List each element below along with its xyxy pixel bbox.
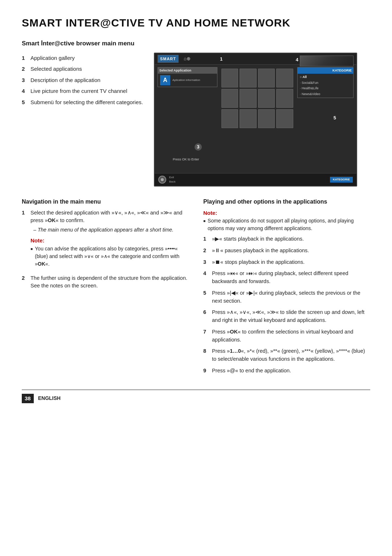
kategorie-panel: KATEGORIE All Social&Fun Health&Life New… — [297, 67, 354, 98]
press-ok-label: Press OK to Enter — [173, 157, 199, 162]
app-cell — [276, 109, 293, 128]
list-item: 3 Description of the application — [22, 76, 143, 85]
nav-content-2: The further using is dependent of the st… — [30, 274, 189, 290]
playing-num-1: 1 — [203, 235, 209, 243]
playing-item-4: 4 Press »⏮« or »⏭« during playback, sele… — [203, 270, 370, 286]
nav-note-1: Note: You can advise the applications al… — [30, 237, 189, 268]
kategorie-item-social: Social&Fun — [300, 80, 351, 86]
selected-app-header: Selected Application — [158, 68, 217, 74]
playing-num-6: 6 — [203, 308, 209, 324]
app-icon-a: A — [160, 75, 170, 85]
page-title: SMART INTER@CTIVE TV AND HOME NETWORK — [22, 15, 370, 31]
nav-num-1: 1 — [22, 209, 28, 271]
tv-label-4: 4 — [296, 56, 298, 64]
nav-content-1: Select the desired application with »∨«,… — [30, 209, 189, 271]
nav-text-1: Select the desired application with »∨«,… — [30, 210, 182, 224]
app-cell — [240, 69, 257, 87]
nav-list-item-2: 2 The further using is dependent of the … — [22, 274, 189, 290]
tv-bottom-bar: Exit Back KATEGORIE — [155, 173, 356, 186]
intro-list: 1 Application gallery 2 Selected applica… — [22, 53, 143, 187]
playing-item-5: 5 Press »|◀« or »▶|« during playback, se… — [203, 289, 370, 305]
tv-exit-text: Exit — [169, 175, 176, 180]
note-label: Note: — [30, 237, 44, 244]
playing-section: Playing and other options in the applica… — [203, 197, 370, 379]
playing-text-9: Press »@« to end the application. — [212, 367, 370, 375]
tv-kategorie-button: KATEGORIE — [330, 177, 353, 183]
kategorie-item-all: All — [300, 74, 351, 80]
playing-intro-note: Note: Some applications do not support a… — [203, 209, 370, 233]
tv-bottom-left: Exit Back — [158, 175, 176, 184]
playing-num-2: 2 — [203, 247, 209, 255]
list-num: 1 — [22, 54, 28, 62]
intro-section: 1 Application gallery 2 Selected applica… — [22, 53, 370, 187]
list-text: Selected applications — [30, 65, 82, 73]
app-cell — [221, 89, 238, 108]
playing-note-item: Some applications do not support all pla… — [203, 217, 370, 232]
playing-item-2: 2 »⏸« pauses playback in the application… — [203, 247, 370, 255]
playing-num-7: 7 — [203, 328, 209, 344]
playing-item-8: 8 Press »1…0«, »*« (red), »**« (green), … — [203, 347, 370, 363]
playing-note-text: Some applications do not support all pla… — [208, 217, 370, 232]
nav-text-2: The further using is dependent of the st… — [30, 275, 187, 289]
footer: 38 ENGLISH — [22, 389, 370, 404]
list-item: 1 Application gallery — [22, 54, 143, 62]
list-num: 2 — [22, 65, 28, 73]
list-text: Description of the application — [30, 76, 101, 85]
playing-text-1: »▶« starts playback in the applications. — [212, 235, 370, 243]
nav-list-item-1: 1 Select the desired application with »∨… — [22, 209, 189, 271]
list-item: 4 Live picture from the current TV chann… — [22, 87, 143, 95]
tv-screen: SMART ⌂⊕ 1 4 2 Selected Application A Ap… — [154, 53, 357, 187]
tv-exit-back: Exit Back — [169, 175, 176, 184]
note-text-1: You can advise the applications also by … — [35, 245, 189, 268]
tv-logo: SMART — [158, 55, 179, 63]
playing-num-8: 8 — [203, 347, 209, 363]
playing-list: 1 »▶« starts playback in the application… — [203, 235, 370, 375]
selected-app-panel: Selected Application A Aplication inform… — [158, 67, 217, 87]
list-item: 2 Selected applications — [22, 65, 143, 73]
playing-num-3: 3 — [203, 258, 209, 266]
kategorie-list: All Social&Fun Health&Life News&Video — [298, 74, 353, 98]
intro-section-title: Smart İnter@ctive browser main menu — [22, 39, 370, 48]
navigation-section: Navigation in the main menu 1 Select the… — [22, 197, 189, 379]
navigation-list: 1 Select the desired application with »∨… — [22, 209, 189, 290]
tv-inner: SMART ⌂⊕ 1 4 2 Selected Application A Ap… — [155, 53, 356, 173]
kategorie-item-health: Health&Life — [300, 86, 351, 91]
playing-text-5: Press »|◀« or »▶|« during playback, sele… — [212, 289, 370, 305]
playing-item-3: 3 »⏹« stops playback in the applications… — [203, 258, 370, 266]
app-cell — [221, 109, 238, 128]
list-text: Live picture from the current TV channel — [30, 87, 127, 95]
tv-back-text: Back — [169, 180, 176, 184]
list-num: 4 — [22, 87, 28, 95]
playing-text-8: Press »1…0«, »*« (red), »**« (green), »*… — [212, 347, 370, 363]
tv-label-1: 1 — [220, 56, 222, 63]
playing-item-6: 6 Press »∧«, »∨«, »≪«, »≫« to slide the … — [203, 308, 370, 324]
list-text: Submenü for selecting the different cate… — [30, 98, 143, 107]
nav-num-2: 2 — [22, 274, 28, 290]
list-num: 3 — [22, 76, 28, 85]
playing-title: Playing and other options in the applica… — [203, 197, 370, 206]
kategorie-item-news: News&Video — [300, 91, 351, 97]
playing-item-1: 1 »▶« starts playback in the application… — [203, 235, 370, 243]
app-cell — [258, 69, 275, 87]
tv-label-5: 5 — [334, 114, 336, 122]
navigation-title: Navigation in the main menu — [22, 197, 189, 206]
nav-sub-1: – The main menu of the application appea… — [33, 226, 189, 234]
playing-text-7: Press »OK« to confirm the selections in … — [212, 328, 370, 344]
list-item: 5 Submenü for selecting the different ca… — [22, 98, 143, 107]
app-info-text: Aplication information — [172, 78, 200, 82]
tv-label-3: 3 — [195, 143, 202, 151]
home-icon: ⌂⊕ — [184, 55, 191, 62]
kategorie-header: KATEGORIE — [298, 68, 353, 74]
footer-language: ENGLISH — [38, 394, 61, 402]
playing-text-4: Press »⏮« or »⏭« during playback, select… — [212, 270, 370, 286]
app-grid — [220, 67, 295, 130]
app-cell — [258, 89, 275, 108]
playing-text-6: Press »∧«, »∨«, »≪«, »≫« to slide the sc… — [212, 308, 370, 324]
playing-num-9: 9 — [203, 367, 209, 375]
playing-text-3: »⏹« stops playback in the applications. — [212, 258, 370, 266]
list-num: 5 — [22, 98, 28, 107]
app-cell — [258, 109, 275, 128]
playing-note-label: Note: — [203, 210, 217, 216]
app-cell — [240, 109, 257, 128]
playing-item-7: 7 Press »OK« to confirm the selections i… — [203, 328, 370, 344]
